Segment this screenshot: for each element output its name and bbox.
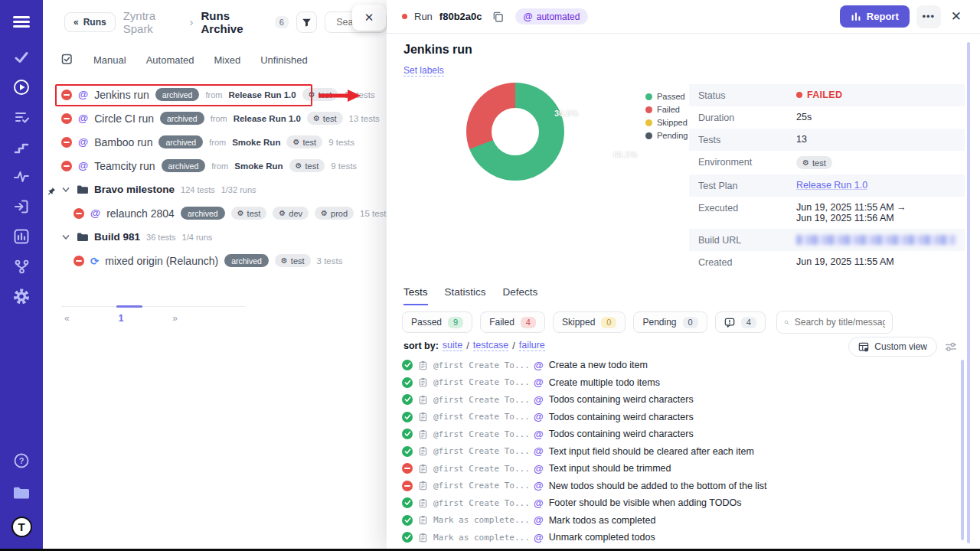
test-row[interactable]: @first Create To... @ Todos containing w… xyxy=(402,425,954,443)
page-current[interactable]: 1 xyxy=(119,313,124,324)
sort-by-failure[interactable]: failure xyxy=(519,340,545,351)
test-row[interactable]: @first Create To... @ Create multiple to… xyxy=(402,374,954,392)
folder-name[interactable]: Bravo milestone xyxy=(94,184,175,195)
test-row[interactable]: Mark as complete... @ Mark todos as comp… xyxy=(402,512,954,530)
more-actions-button[interactable]: ••• xyxy=(916,5,941,28)
build-url-redacted[interactable] xyxy=(796,235,956,245)
run-list-item[interactable]: @ Circle CI run archived from Release Ru… xyxy=(43,106,387,130)
page-next[interactable]: » xyxy=(172,313,178,324)
test-suite[interactable]: @first Create To... xyxy=(433,464,528,474)
test-title[interactable]: Text input field should be cleared after… xyxy=(549,446,754,457)
test-suite[interactable]: @first Create To... xyxy=(433,498,528,508)
test-suite[interactable]: Mark as complete... xyxy=(433,515,528,525)
test-row[interactable]: @first Create To... @ New todos should b… xyxy=(402,478,954,495)
test-title[interactable]: Create multiple todo items xyxy=(549,377,660,388)
tab-defects[interactable]: Defects xyxy=(503,286,538,305)
test-suite[interactable]: @first Create To... xyxy=(433,481,528,491)
run-name[interactable]: relaunch 2804 xyxy=(106,207,175,220)
test-row[interactable]: @first Create To... @ Create a new todo … xyxy=(402,357,954,374)
custom-view-button[interactable]: Custom view xyxy=(848,337,937,357)
run-name[interactable]: Circle CI run xyxy=(94,112,154,125)
test-title[interactable]: Create a new todo item xyxy=(549,360,648,370)
folder-icon[interactable] xyxy=(12,485,31,504)
check-icon[interactable] xyxy=(13,49,30,66)
test-suite[interactable]: Mark as complete... xyxy=(433,533,528,543)
sort-by-testcase[interactable]: testcase xyxy=(473,340,509,351)
tab-unfinished[interactable]: Unfinished xyxy=(260,54,307,66)
pulse-icon[interactable] xyxy=(13,168,30,185)
steps-icon[interactable] xyxy=(13,139,30,155)
test-plan-link[interactable]: Release Run 1.0 xyxy=(796,180,867,191)
test-title[interactable]: Todos containing weird characters xyxy=(549,412,694,422)
run-list-item[interactable]: @ relaunch 2804 archived ⚙test⚙dev⚙prod … xyxy=(43,201,387,225)
filter-passed[interactable]: Passed9 xyxy=(402,311,472,333)
filter-comments[interactable]: 4 xyxy=(715,311,766,333)
run-name[interactable]: mixed origin (Relaunch) xyxy=(105,255,218,267)
run-list-item[interactable]: ⟳ mixed origin (Relaunch) archived ⚙test… xyxy=(43,249,387,272)
test-title[interactable]: Text input should be trimmed xyxy=(549,463,671,474)
test-row[interactable]: Mark as complete... @ Unmark completed t… xyxy=(402,529,954,546)
breadcrumb-project[interactable]: Zyntra Spark xyxy=(123,9,182,35)
test-title[interactable]: Mark todos as completed xyxy=(549,515,656,526)
folder-row[interactable]: Build 981 36 tests 1/4 runs xyxy=(43,225,387,249)
import-icon[interactable] xyxy=(13,198,30,215)
test-row[interactable]: @first Create To... @ Footer should be v… xyxy=(402,494,954,512)
test-suite[interactable]: @first Create To... xyxy=(433,429,528,439)
panel-scrollbar[interactable] xyxy=(967,42,970,543)
test-suite[interactable]: @first Create To... xyxy=(433,360,528,370)
select-all-icon[interactable] xyxy=(61,54,74,66)
tab-automated[interactable]: Automated xyxy=(146,54,194,66)
run-list-item[interactable]: @ Teamcity run archived from Smoke Run ⚙… xyxy=(43,154,387,178)
set-labels-link[interactable]: Set labels xyxy=(403,65,444,77)
tests-search[interactable] xyxy=(776,311,893,334)
chevron-down-icon[interactable] xyxy=(61,185,70,194)
analytics-icon[interactable] xyxy=(13,228,30,245)
tab-tests[interactable]: Tests xyxy=(403,286,428,305)
tests-search-input[interactable] xyxy=(795,317,885,328)
page-prev[interactable]: « xyxy=(64,313,70,324)
run-name[interactable]: Teamcity run xyxy=(94,160,155,172)
test-suite[interactable]: @first Create To... xyxy=(433,377,528,387)
tab-mixed[interactable]: Mixed xyxy=(214,54,241,66)
test-suite[interactable]: @first Create To... xyxy=(433,395,528,405)
menu-icon[interactable] xyxy=(13,16,30,28)
test-title[interactable]: Todos containing weird characters xyxy=(549,429,694,439)
test-title[interactable]: New todos should be added to the bottom … xyxy=(549,481,767,491)
back-to-runs-button[interactable]: « Runs xyxy=(64,12,116,32)
run-list-item[interactable]: @ Bamboo run archived from Smoke Run ⚙te… xyxy=(43,130,387,154)
branch-icon[interactable] xyxy=(13,258,30,275)
tab-statistics[interactable]: Statistics xyxy=(445,286,486,305)
run-name[interactable]: Jenkins run xyxy=(94,89,149,101)
help-icon[interactable]: ? xyxy=(13,452,30,472)
test-row[interactable]: @first Create To... @ Todos containing w… xyxy=(402,391,954,409)
close-detail-icon[interactable]: ✕ xyxy=(948,8,965,24)
test-title[interactable]: Unmark completed todos xyxy=(549,532,655,543)
sort-by-suite[interactable]: suite xyxy=(443,340,462,351)
test-suite[interactable]: @first Create To... xyxy=(433,446,528,456)
test-row[interactable]: @first Create To... @ Text input should … xyxy=(402,460,954,478)
filter-button[interactable] xyxy=(296,11,317,33)
play-circle-icon[interactable] xyxy=(13,79,30,96)
chevron-down-icon[interactable] xyxy=(61,233,70,242)
tab-manual[interactable]: Manual xyxy=(93,54,126,66)
gear-icon[interactable] xyxy=(13,288,30,305)
close-overlay-button[interactable]: ✕ xyxy=(352,5,386,31)
folder-name[interactable]: Build 981 xyxy=(94,231,140,243)
report-button[interactable]: Report xyxy=(840,5,910,28)
test-row[interactable]: @first Create To... @ Text input field s… xyxy=(402,443,954,461)
filter-skipped[interactable]: Skipped0 xyxy=(553,311,626,333)
filter-pending[interactable]: Pending0 xyxy=(633,311,707,333)
test-row[interactable]: @first Create To... @ Todos containing w… xyxy=(402,409,954,426)
filter-failed[interactable]: Failed4 xyxy=(480,311,545,333)
run-name[interactable]: Bamboo run xyxy=(94,136,152,148)
test-suite[interactable]: @first Create To... xyxy=(433,412,528,422)
run-list-icon[interactable] xyxy=(13,109,30,126)
test-title[interactable]: Footer should be visible when adding TOD… xyxy=(549,497,742,508)
run-list-item[interactable]: @ Jenkins run archived from Release Run … xyxy=(43,83,387,106)
avatar-t[interactable]: T xyxy=(11,517,32,537)
folder-row[interactable]: Bravo milestone 124 tests 1/32 runs xyxy=(43,178,387,201)
tests-list-scrollbar[interactable] xyxy=(961,360,964,540)
sliders-icon[interactable] xyxy=(945,341,957,352)
copy-icon[interactable] xyxy=(492,11,504,22)
automated-badge[interactable]: @automated xyxy=(515,8,589,24)
